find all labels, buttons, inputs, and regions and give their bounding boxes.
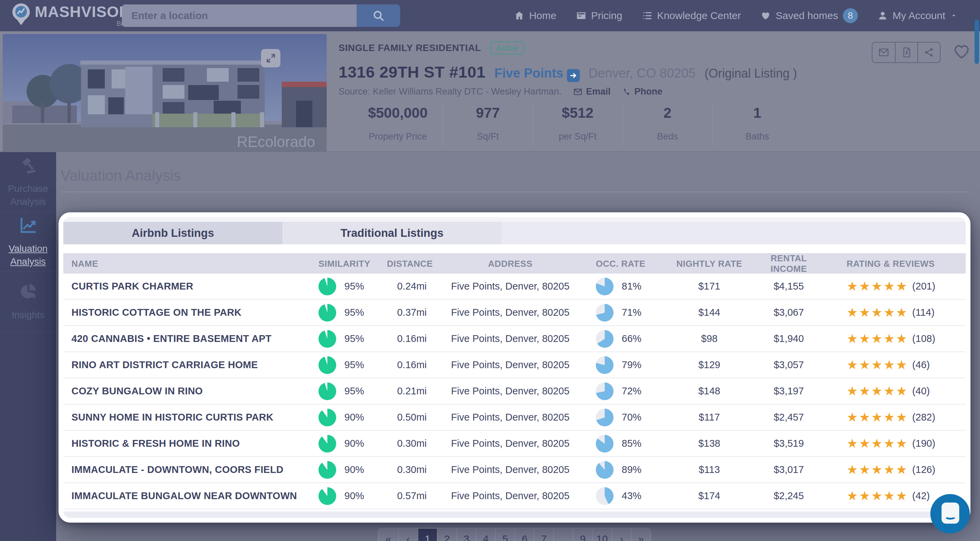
table-row[interactable]: RINO ART DISTRICT CARRIAGE HOME 95% 0.16… [63, 352, 966, 379]
occupancy-pie-icon [596, 278, 614, 295]
occupancy-pie-icon [596, 461, 614, 479]
listing-name[interactable]: HISTORIC & FRESH HOME IN RINO [63, 438, 316, 449]
reviews-count: (126) [912, 464, 935, 475]
column-header-rental-income: RENTAL INCOME [753, 253, 825, 274]
page-button-10[interactable]: 10 [592, 529, 611, 541]
search-button[interactable] [356, 5, 400, 27]
occupancy-value: 71% [622, 307, 641, 318]
sidebar-item-purchase-analysis[interactable]: PurchaseAnalysis [0, 152, 56, 212]
reviews-count: (201) [912, 281, 935, 292]
map-pin-logo-icon [12, 3, 30, 25]
distance-value: 0.30mi [383, 464, 440, 475]
gavel-icon [19, 156, 38, 175]
table-row[interactable]: COZY BUNGALOW IN RINO 95% 0.21mi Five Po… [63, 379, 966, 404]
line-chart-icon [19, 216, 38, 235]
table-row[interactable]: IMMACULATE BUNGALOW NEAR DOWNTOWN 90% 0.… [63, 483, 966, 509]
listing-name[interactable]: CURTIS PARK CHARMER [63, 281, 316, 292]
listing-name[interactable]: IMMACULATE BUNGALOW NEAR DOWNTOWN [63, 490, 316, 501]
page-button-3[interactable]: 3 [456, 529, 476, 541]
external-link-icon [567, 69, 580, 82]
sidebar-item-valuation-analysis[interactable]: ValuationAnalysis [0, 212, 56, 272]
phone-link[interactable]: Phone [622, 86, 662, 97]
prev-page-button[interactable]: ‹ [398, 529, 417, 541]
address-value: Five Points, Denver, 80205 [440, 385, 580, 397]
table-row[interactable]: SUNNY HOME IN HISTORIC CURTIS PARK 90% 0… [63, 404, 966, 431]
similarity-value: 95% [344, 307, 364, 318]
similarity-value: 90% [344, 490, 364, 501]
listing-name[interactable]: HISTORIC COTTAGE ON THE PARK [63, 307, 316, 318]
address-value: Five Points, Denver, 80205 [440, 464, 580, 475]
modal-top-strip [63, 217, 966, 222]
listing-name[interactable]: SUNNY HOME IN HISTORIC CURTIS PARK [63, 412, 316, 423]
nav-item-saved-homes[interactable]: Saved homes 8 [760, 8, 858, 23]
listing-name[interactable]: 420 CANNABIS • ENTIRE BASEMENT APT [63, 333, 316, 344]
email-report-button[interactable] [872, 43, 895, 62]
email-link[interactable]: Email [573, 86, 611, 97]
rental-income-value: $3,519 [753, 438, 825, 449]
similarity-pie-icon [318, 382, 336, 400]
distance-value: 0.16mi [383, 359, 440, 371]
share-button[interactable] [917, 43, 940, 62]
similarity-pie-icon [318, 435, 336, 452]
listing-name[interactable]: IMMACULATE - DOWNTOWN, COORS FIELD [63, 464, 316, 475]
page-button-2[interactable]: 2 [437, 529, 456, 541]
table-header-row: NAME SIMILARITY DISTANCE ADDRESS OCC. RA… [63, 253, 966, 274]
rental-income-value: $3,067 [753, 307, 825, 318]
email-label: Email [586, 86, 611, 97]
mashvisor-logo[interactable]: MASHVISOR Beta [12, 3, 130, 27]
nav-item-pricing[interactable]: Pricing [576, 10, 622, 21]
address-value: Five Points, Denver, 80205 [440, 333, 580, 344]
nightly-rate-value: $144 [666, 307, 753, 318]
neighborhood-link[interactable]: Five Points [495, 66, 580, 81]
column-header-rating-reviews: RATING & REVIEWS [825, 259, 966, 269]
page-scrollbar-thumb[interactable] [975, 20, 979, 64]
pdf-export-button[interactable] [895, 43, 917, 62]
location-search-input[interactable] [122, 5, 356, 27]
table-row[interactable]: CURTIS PARK CHARMER 95% 0.24mi Five Poin… [63, 274, 966, 300]
page-button-5[interactable]: 5 [495, 529, 514, 541]
table-row[interactable]: HISTORIC COTTAGE ON THE PARK 95% 0.37mi … [63, 300, 966, 326]
last-page-button[interactable]: » [631, 529, 650, 541]
nav-item-knowledge-center[interactable]: Knowledge Center [642, 10, 741, 21]
distance-value: 0.16mi [383, 333, 440, 344]
page-button-9[interactable]: 9 [573, 529, 592, 541]
chat-launcher-button[interactable] [930, 494, 970, 533]
sidebar-item-insights[interactable]: Insights [0, 272, 56, 332]
next-page-button[interactable]: › [611, 529, 631, 541]
star-rating-icon: ★★★★★ [846, 411, 908, 423]
favorite-heart-button[interactable] [952, 41, 971, 60]
occupancy-value: 43% [622, 490, 641, 501]
tab-airbnb-listings[interactable]: Airbnb Listings [63, 222, 282, 244]
property-stats: $500,000 Property Price 977 Sq/Ft $512 p… [353, 103, 802, 145]
star-rating-icon: ★★★★★ [846, 306, 908, 319]
nav-item-my-account[interactable]: My Account [878, 10, 958, 21]
similarity-pie-icon [318, 487, 336, 505]
page-button-6[interactable]: 6 [514, 529, 534, 541]
distance-value: 0.30mi [383, 438, 440, 449]
reviews-count: (40) [912, 385, 930, 397]
star-rating-icon: ★★★★★ [846, 385, 908, 398]
saved-homes-count-badge: 8 [843, 8, 858, 23]
property-photo[interactable]: REcolorado [3, 34, 327, 151]
star-rating-icon: ★★★★★ [846, 359, 908, 371]
tab-traditional-listings[interactable]: Traditional Listings [282, 222, 501, 244]
page-button-4[interactable]: 4 [476, 529, 495, 541]
column-header-nightly-rate: NIGHTLY RATE [666, 259, 753, 269]
photo-watermark: REcolorado [237, 134, 315, 150]
nav-item-home[interactable]: Home [514, 10, 556, 21]
property-type-label: SINGLE FAMILY RESIDENTIAL [339, 43, 481, 53]
star-rating-icon: ★★★★★ [846, 437, 908, 450]
table-row[interactable]: 420 CANNABIS • ENTIRE BASEMENT APT 95% 0… [63, 326, 966, 352]
reviews-count: (42) [912, 490, 930, 501]
star-rating-icon: ★★★★★ [846, 463, 908, 476]
table-row[interactable]: HISTORIC & FRESH HOME IN RINO 90% 0.30mi… [63, 431, 966, 457]
page-button-7[interactable]: 7 [534, 529, 553, 541]
page-button-1[interactable]: 1 [417, 529, 437, 541]
similarity-pie-icon [318, 461, 336, 479]
listing-name[interactable]: COZY BUNGALOW IN RINO [63, 385, 316, 397]
expand-photo-button[interactable] [261, 49, 280, 67]
table-row[interactable]: IMMACULATE - DOWNTOWN, COORS FIELD 90% 0… [63, 457, 966, 483]
first-page-button[interactable]: « [379, 529, 398, 541]
rental-income-value: $1,940 [753, 333, 825, 344]
listing-name[interactable]: RINO ART DISTRICT CARRIAGE HOME [63, 359, 316, 371]
